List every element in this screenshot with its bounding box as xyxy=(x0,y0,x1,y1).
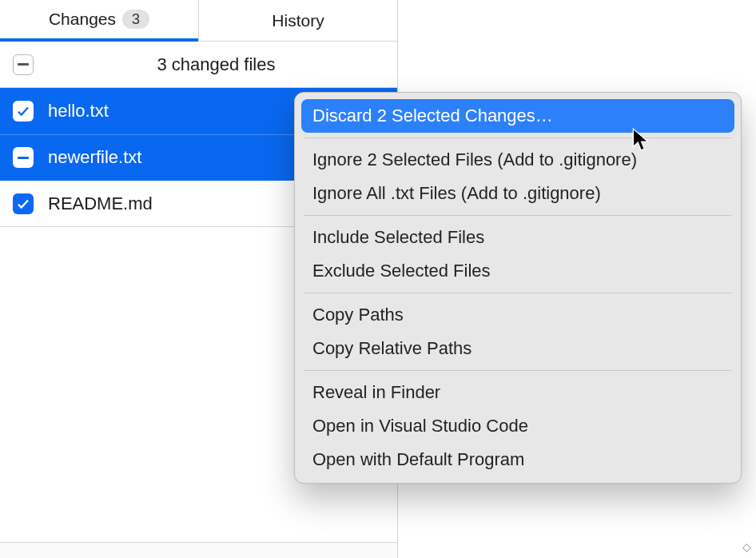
file-name: README.md xyxy=(48,193,153,214)
context-menu[interactable]: Discard 2 Selected Changes…Ignore 2 Sele… xyxy=(294,92,742,484)
tab-changes-label: Changes xyxy=(49,10,116,29)
context-menu-item[interactable]: Open with Default Program xyxy=(301,443,734,476)
resize-handle-icon[interactable]: ◇ xyxy=(742,540,751,553)
context-menu-separator xyxy=(304,293,731,293)
tab-changes[interactable]: Changes 3 xyxy=(0,0,198,42)
panel-footer xyxy=(0,542,397,558)
file-checkbox[interactable] xyxy=(13,193,34,214)
select-all-checkbox[interactable] xyxy=(13,54,34,75)
changes-summary-row: 3 changed files xyxy=(0,42,397,88)
context-menu-item[interactable]: Ignore All .txt Files (Add to .gitignore… xyxy=(301,177,734,210)
context-menu-item[interactable]: Discard 2 Selected Changes… xyxy=(301,99,734,133)
context-menu-item[interactable]: Exclude Selected Files xyxy=(301,254,734,288)
app-root: Changes 3 History 3 changed files hello.… xyxy=(0,0,756,558)
context-menu-item[interactable]: Include Selected Files xyxy=(301,221,734,254)
tab-history[interactable]: History xyxy=(199,0,397,41)
file-name: hello.txt xyxy=(48,101,109,122)
file-checkbox[interactable] xyxy=(13,147,34,168)
context-menu-item[interactable]: Copy Paths xyxy=(301,298,734,332)
tab-bar: Changes 3 History xyxy=(0,0,397,42)
context-menu-item[interactable]: Copy Relative Paths xyxy=(301,332,734,365)
tab-history-label: History xyxy=(272,11,324,30)
context-menu-separator xyxy=(304,215,731,216)
changes-count-badge: 3 xyxy=(122,10,149,29)
context-menu-separator xyxy=(304,370,731,371)
context-menu-item[interactable]: Reveal in Finder xyxy=(301,376,734,409)
changes-summary-text: 3 changed files xyxy=(48,54,384,75)
file-checkbox[interactable] xyxy=(13,101,34,122)
file-name: newerfile.txt xyxy=(48,147,141,168)
context-menu-item[interactable]: Open in Visual Studio Code xyxy=(301,409,734,443)
context-menu-item[interactable]: Ignore 2 Selected Files (Add to .gitigno… xyxy=(301,143,734,177)
context-menu-separator xyxy=(304,138,731,138)
